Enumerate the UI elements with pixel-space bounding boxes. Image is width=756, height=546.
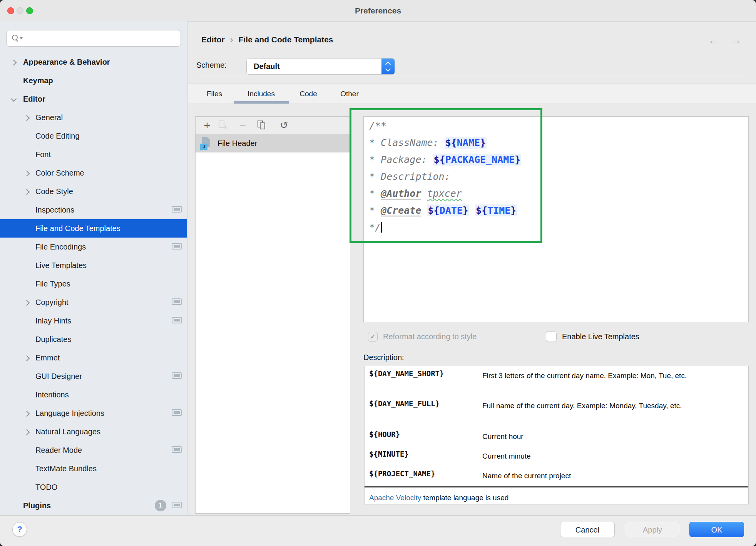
sidebar-item-reader-mode[interactable]: Reader Mode xyxy=(0,441,187,459)
forward-arrow-icon[interactable]: → xyxy=(729,32,742,47)
template-variable: ${NAME} xyxy=(445,137,487,149)
chevron-right-icon[interactable] xyxy=(24,300,30,306)
reset-template-icon[interactable]: ↺ xyxy=(277,117,291,134)
editor-config-icon xyxy=(172,317,182,323)
code-segment: * xyxy=(369,188,381,199)
sidebar-item-label: Language Injections xyxy=(35,404,104,422)
sidebar-item-copyright[interactable]: Copyright xyxy=(0,293,187,312)
sidebar-item-label: File and Code Templates xyxy=(35,219,120,238)
tab-includes[interactable]: Includes xyxy=(234,84,289,104)
editor-config-icon xyxy=(172,298,182,305)
add-child-template-icon[interactable]: + xyxy=(217,120,229,131)
sidebar-item-label: Inspections xyxy=(35,201,74,219)
sidebar-item-editor[interactable]: Editor xyxy=(0,90,187,108)
sidebar-item-label: Editor xyxy=(23,90,45,108)
sidebar-item-file-and-code-templates[interactable]: File and Code Templates xyxy=(0,219,187,238)
sidebar-item-todo[interactable]: TODO xyxy=(0,478,187,496)
sidebar-item-language-injections[interactable]: Language Injections xyxy=(0,404,187,422)
sidebar-item-label: General xyxy=(35,108,63,127)
sidebar-item-emmet[interactable]: Emmet xyxy=(0,348,187,367)
apache-velocity-link[interactable]: Apache Velocity xyxy=(369,494,421,502)
remove-template-icon[interactable]: − xyxy=(236,117,249,134)
sidebar-item-textmate-bundles[interactable]: TextMate Bundles xyxy=(0,459,187,478)
sidebar-item-natural-languages[interactable]: Natural Languages xyxy=(0,422,187,441)
sidebar-item-color-scheme[interactable]: Color Scheme xyxy=(0,164,187,182)
sidebar-tree: Appearance & BehaviorKeymapEditorGeneral… xyxy=(0,21,187,515)
breadcrumb-editor[interactable]: Editor xyxy=(201,35,225,44)
variable-row: ${PROJECT_NAME}Name of the current proje… xyxy=(365,469,748,482)
chevron-down-icon[interactable] xyxy=(11,96,17,102)
sidebar-item-intentions[interactable]: Intentions xyxy=(0,385,187,404)
sidebar-item-general[interactable]: General xyxy=(0,108,187,127)
scheme-selected-value: Default xyxy=(254,59,280,74)
sidebar-item-plugins[interactable]: Plugins1 xyxy=(0,496,187,515)
page-title: File and Code Templates xyxy=(239,35,333,44)
tab-label: Includes xyxy=(248,90,275,98)
help-button[interactable]: ? xyxy=(12,522,27,537)
sidebar-item-gui-designer[interactable]: GUI Designer xyxy=(0,367,187,385)
sidebar-item-label: Emmet xyxy=(35,348,60,367)
chevron-right-icon[interactable] xyxy=(24,355,30,362)
sidebar-item-inspections[interactable]: Inspections xyxy=(0,201,187,219)
sidebar-item-label: Live Templates xyxy=(35,256,87,275)
code-segment: * ClassName: xyxy=(369,137,445,148)
chevron-right-icon[interactable] xyxy=(24,171,30,177)
sidebar-item-label: TextMate Bundles xyxy=(35,459,97,478)
sidebar-item-label: Color Scheme xyxy=(35,164,84,182)
sidebar-item-inlay-hints[interactable]: Inlay Hints xyxy=(0,312,187,330)
velocity-note-text: template language is used xyxy=(421,494,508,502)
template-editor-panel[interactable]: /*** ClassName: ${NAME}* Package: ${PACK… xyxy=(363,116,749,322)
variable-description: Name of the current project xyxy=(482,469,690,482)
tab-files[interactable]: Files xyxy=(202,84,227,104)
file-template-icon: J xyxy=(200,137,212,150)
variable-description: Current minute xyxy=(482,450,690,462)
sidebar-item-label: Code Style xyxy=(35,182,73,201)
sidebar-item-code-style[interactable]: Code Style xyxy=(0,182,187,201)
sidebar-item-live-templates[interactable]: Live Templates xyxy=(0,256,187,275)
reformat-checkbox[interactable]: ✓ xyxy=(368,332,378,342)
apply-button[interactable]: Apply xyxy=(625,522,680,537)
sidebar-item-font[interactable]: Font xyxy=(0,145,187,164)
sidebar-item-label: Plugins xyxy=(23,496,51,515)
editor-config-icon xyxy=(172,446,182,453)
tab-other[interactable]: Other xyxy=(338,84,361,104)
sidebar-item-file-encodings[interactable]: File Encodings xyxy=(0,238,187,256)
chevron-right-icon[interactable] xyxy=(11,60,17,66)
code-segment xyxy=(421,205,427,216)
cancel-button[interactable]: Cancel xyxy=(560,522,615,537)
velocity-note: Apache Velocity template language is use… xyxy=(369,492,508,504)
sidebar-item-label: TODO xyxy=(35,478,57,496)
sidebar-item-label: GUI Designer xyxy=(35,367,82,385)
sidebar-item-file-types[interactable]: File Types xyxy=(0,275,187,293)
sidebar-item-duplicates[interactable]: Duplicates xyxy=(0,330,187,348)
editor-config-icon xyxy=(172,409,182,416)
title-bar: Preferences xyxy=(0,0,756,22)
bottom-bar: ? Cancel Apply OK xyxy=(0,515,756,546)
template-variable: ${PACKAGE_NAME} xyxy=(433,154,522,166)
duplicate-template-icon[interactable] xyxy=(256,121,268,131)
scheme-dropdown[interactable]: Default xyxy=(246,58,395,75)
sidebar-item-label: Reader Mode xyxy=(35,441,82,459)
variable-row: ${MINUTE}Current minute xyxy=(365,450,748,462)
template-item-file-header[interactable]: J File Header xyxy=(196,134,350,152)
chevron-right-icon[interactable] xyxy=(24,429,30,435)
chevron-right-icon[interactable] xyxy=(24,115,30,121)
back-arrow-icon[interactable]: ← xyxy=(707,32,721,47)
sidebar-item-appearance-behavior[interactable]: Appearance & Behavior xyxy=(0,53,187,71)
code-segment: * Package: xyxy=(369,154,433,165)
variable-name: ${HOUR} xyxy=(365,430,482,442)
dropdown-stepper-icon[interactable] xyxy=(381,59,395,74)
live-templates-checkbox[interactable] xyxy=(546,331,557,342)
code-segment: */ xyxy=(369,222,381,233)
template-code[interactable]: /*** ClassName: ${NAME}* Package: ${PACK… xyxy=(369,117,521,236)
chevron-right-icon[interactable] xyxy=(24,189,30,195)
chevron-right-icon[interactable] xyxy=(24,411,30,417)
add-template-icon[interactable]: + xyxy=(200,117,214,134)
sidebar-item-label: Code Editing xyxy=(35,127,80,145)
code-segment: /** xyxy=(369,120,386,131)
sidebar-item-keymap[interactable]: Keymap xyxy=(0,71,187,90)
scheme-label: Scheme: xyxy=(196,61,227,70)
sidebar-item-code-editing[interactable]: Code Editing xyxy=(0,127,187,145)
ok-button[interactable]: OK xyxy=(689,522,744,537)
tab-code[interactable]: Code xyxy=(296,84,320,104)
